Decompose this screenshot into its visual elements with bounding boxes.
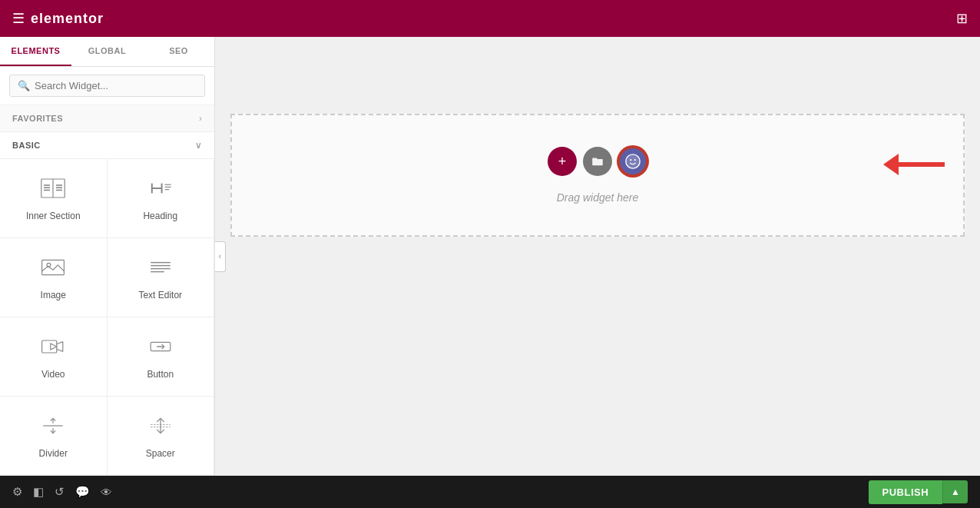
header-logo: elementor	[31, 11, 104, 27]
grid-icon[interactable]: ⊞	[956, 10, 968, 27]
tab-bar: ELEMENTS GLOBAL SEO	[0, 37, 214, 67]
video-label: Video	[41, 369, 65, 380]
inner-section-icon	[41, 176, 65, 204]
settings-icon[interactable]: ⚙	[12, 485, 22, 499]
video-icon	[41, 334, 65, 363]
svg-point-36	[634, 159, 636, 161]
add-section-button[interactable]: +	[548, 147, 577, 176]
drag-label: Drag widget here	[557, 191, 639, 204]
spacer-label: Spacer	[146, 448, 175, 459]
image-label: Image	[41, 290, 66, 300]
heading-icon	[148, 176, 173, 204]
svg-rect-3	[44, 187, 50, 188]
svg-point-35	[630, 159, 631, 161]
arrow-head	[883, 154, 899, 175]
widget-image[interactable]: Image	[0, 238, 108, 317]
history-icon[interactable]: ↺	[55, 485, 65, 499]
bottom-bar: ⚙ ◧ ↺ 💬 👁 PUBLISH ▲	[0, 476, 980, 508]
heading-label: Heading	[143, 211, 177, 221]
publish-button-wrapper: PUBLISH ▲	[869, 480, 968, 504]
svg-rect-4	[44, 189, 50, 191]
folder-button[interactable]	[583, 147, 612, 176]
widget-heading[interactable]: Heading	[108, 159, 215, 238]
header-left: ☰ elementor	[12, 10, 104, 27]
image-icon	[41, 255, 65, 284]
divider-label: Divider	[39, 448, 68, 459]
arrow-annotation	[883, 154, 945, 175]
widget-button[interactable]: Button	[108, 317, 215, 397]
text-editor-icon	[148, 255, 173, 284]
svg-rect-5	[56, 184, 62, 186]
svg-rect-7	[56, 189, 62, 191]
template-button[interactable]	[618, 147, 647, 176]
svg-rect-20	[42, 340, 57, 353]
search-input-wrapper[interactable]: 🔍	[9, 75, 205, 97]
widget-divider[interactable]: Divider	[0, 397, 108, 476]
basic-chevron: ∨	[195, 140, 202, 151]
layers-icon[interactable]: ◧	[33, 485, 44, 499]
publish-button[interactable]: PUBLISH	[869, 480, 943, 504]
widget-text-editor[interactable]: Text Editor	[108, 238, 215, 317]
svg-rect-2	[44, 184, 50, 186]
search-bar: 🔍	[0, 67, 214, 105]
search-icon: 🔍	[18, 80, 30, 91]
button-icon	[148, 334, 173, 363]
tab-global[interactable]: GLOBAL	[71, 37, 143, 66]
canvas-area: ‹ +	[215, 37, 980, 476]
favorites-chevron: ›	[199, 113, 202, 124]
main-layout: ELEMENTS GLOBAL SEO 🔍 FAVORITES › BASIC …	[0, 37, 980, 476]
widget-grid: Inner Section Heading	[0, 159, 214, 476]
widget-inner-section[interactable]: Inner Section	[0, 159, 108, 238]
arrow-body	[899, 162, 945, 167]
bottom-icons: ⚙ ◧ ↺ 💬 👁	[12, 485, 112, 499]
divider-icon	[41, 413, 65, 442]
preview-icon[interactable]: 👁	[101, 486, 112, 499]
text-editor-label: Text Editor	[138, 290, 182, 300]
svg-line-23	[57, 349, 63, 351]
header: ☰ elementor ⊞	[0, 0, 980, 37]
tab-seo[interactable]: SEO	[143, 37, 214, 66]
sidebar-collapse-handle[interactable]: ‹	[215, 241, 226, 272]
sidebar: ELEMENTS GLOBAL SEO 🔍 FAVORITES › BASIC …	[0, 37, 215, 476]
drop-zone-controls: +	[548, 147, 647, 176]
basic-section-header[interactable]: BASIC ∨	[0, 132, 214, 159]
publish-dropdown-button[interactable]: ▲	[942, 480, 968, 503]
svg-marker-21	[51, 344, 57, 350]
tab-elements[interactable]: ELEMENTS	[0, 37, 71, 66]
favorites-label: FAVORITES	[12, 114, 63, 123]
svg-rect-6	[56, 187, 62, 188]
widget-video[interactable]: Video	[0, 317, 108, 397]
widget-spacer[interactable]: Spacer	[108, 397, 215, 476]
hamburger-icon[interactable]: ☰	[12, 10, 25, 27]
comments-icon[interactable]: 💬	[75, 485, 90, 499]
drop-zone: + Drag w	[230, 114, 965, 237]
basic-label: BASIC	[12, 141, 41, 150]
favorites-section-header[interactable]: FAVORITES ›	[0, 105, 214, 132]
button-label: Button	[147, 369, 174, 380]
search-input[interactable]	[35, 80, 197, 91]
svg-line-22	[57, 341, 63, 344]
inner-section-label: Inner Section	[26, 211, 81, 221]
spacer-icon	[148, 413, 173, 442]
